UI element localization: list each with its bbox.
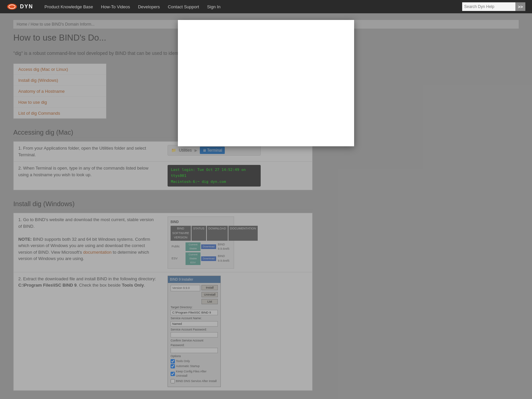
modal-box [178, 20, 354, 146]
search-button[interactable]: >> [515, 2, 525, 11]
search-input[interactable] [462, 2, 515, 11]
nav-developers[interactable]: Developers [138, 4, 160, 9]
dyn-logo-icon [7, 3, 17, 10]
logo-text: DYN [20, 4, 33, 10]
search-area: >> [462, 2, 525, 11]
logo-area: DYN [7, 3, 33, 10]
nav-contact-support[interactable]: Contact Support [168, 4, 199, 9]
nav-knowledge-base[interactable]: Product Knowledge Base [45, 4, 93, 9]
nav-sign-in[interactable]: Sign In [207, 4, 220, 9]
page-content: Home / How to use BIND's Domain Inform..… [0, 13, 532, 399]
nav-howto-videos[interactable]: How-To Videos [101, 4, 130, 9]
top-navigation: DYN Product Knowledge Base How-To Videos… [0, 0, 532, 13]
modal-overlay[interactable] [0, 13, 532, 399]
